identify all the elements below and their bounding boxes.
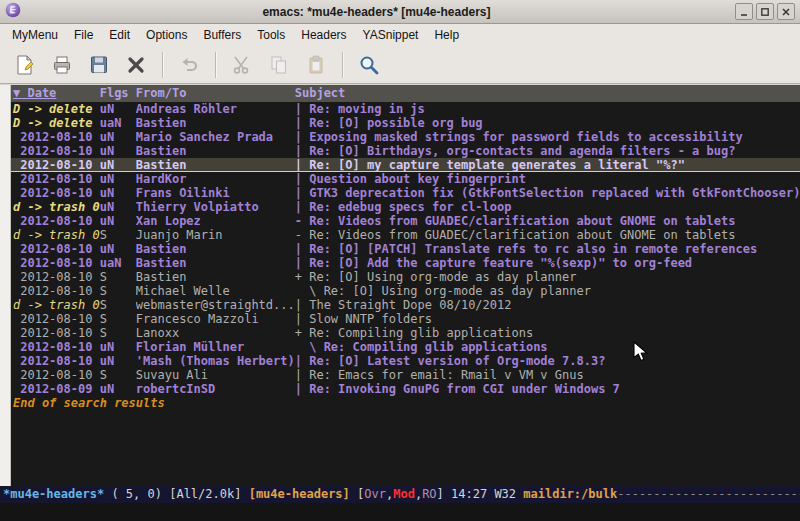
message-flags: S bbox=[100, 326, 136, 340]
message-from: Bastien bbox=[136, 144, 295, 158]
column-header-subject[interactable]: Subject bbox=[295, 85, 800, 102]
message-subject: | Re: [O] my capture template generates … bbox=[295, 158, 800, 172]
menu-item-mymenu[interactable]: MyMenu bbox=[4, 25, 66, 45]
title-bar: emacs: *mu4e-headers* [mu4e-headers] bbox=[0, 0, 800, 24]
mode-line-segment: maildir:/bulk bbox=[523, 487, 617, 501]
menu-item-buffers[interactable]: Buffers bbox=[195, 25, 249, 45]
toolbar-separator bbox=[342, 52, 344, 78]
menu-item-yasnippet[interactable]: YASnippet bbox=[355, 25, 427, 45]
message-date: 2012-08-10 bbox=[11, 172, 100, 186]
message-date: d -> trash 0 bbox=[11, 200, 100, 214]
message-date: 2012-08-10 bbox=[11, 326, 100, 340]
mode-line-segment: [mu4e-headers] bbox=[249, 487, 357, 501]
message-row[interactable]: d -> trash 0SJuanjo Marin- Re: Videos fr… bbox=[11, 228, 800, 242]
message-row[interactable]: 2012-08-10uNBastien| Re: [O] my capture … bbox=[11, 158, 800, 172]
print-button[interactable] bbox=[47, 50, 77, 80]
menu-item-file[interactable]: File bbox=[66, 25, 101, 45]
message-flags: uN bbox=[100, 214, 136, 228]
menu-item-help[interactable]: Help bbox=[426, 25, 467, 45]
message-date: 2012-08-10 bbox=[11, 242, 100, 256]
message-row[interactable]: 2012-08-10SMichael Welle \ Re: [O] Using… bbox=[11, 284, 800, 298]
message-flags: S bbox=[100, 284, 136, 298]
new-file-button[interactable] bbox=[10, 50, 40, 80]
copy-button[interactable] bbox=[264, 50, 294, 80]
message-subject: | GTK3 deprecation fix (GtkFontSelection… bbox=[295, 186, 800, 200]
message-row[interactable]: 2012-08-10uNXan Lopez- Re: Videos from G… bbox=[11, 214, 800, 228]
message-date: D -> delete bbox=[11, 116, 100, 130]
message-row[interactable]: D -> deleteuNAndreas Röhler| Re: moving … bbox=[11, 102, 800, 116]
message-flags: S bbox=[100, 270, 136, 284]
message-row[interactable]: 2012-08-10uN'Mash (Thomas Herbert)| Re: … bbox=[11, 354, 800, 368]
message-from: Lanoxx bbox=[136, 326, 295, 340]
message-row[interactable]: 2012-08-10uNMario Sanchez Prada| Exposin… bbox=[11, 130, 800, 144]
mode-line-segment: 14:27 bbox=[451, 487, 494, 501]
message-from: Bastien bbox=[136, 158, 295, 172]
message-row[interactable]: D -> deleteuaNBastien| Re: [O] possible … bbox=[11, 116, 800, 130]
minimize-button[interactable] bbox=[735, 3, 753, 20]
mode-line-segment: ( 5, 0) bbox=[104, 487, 169, 501]
message-from: Bastien bbox=[136, 242, 295, 256]
message-row[interactable]: 2012-08-10uNBastien| Re: [O] Birthdays, … bbox=[11, 144, 800, 158]
message-subject: - Re: Videos from GUADEC/clarification a… bbox=[295, 228, 800, 242]
close-button[interactable] bbox=[777, 3, 795, 20]
emacs-icon bbox=[5, 2, 21, 22]
message-flags: uN bbox=[100, 200, 136, 214]
message-subject: | Re: [O] Latest version of Org-mode 7.8… bbox=[295, 354, 800, 368]
message-date: 2012-08-10 bbox=[11, 270, 100, 284]
message-subject: | The Straight Dope 08/10/2012 bbox=[295, 298, 800, 312]
emacs-window: emacs: *mu4e-headers* [mu4e-headers] MyM… bbox=[0, 0, 800, 521]
close-buffer-button[interactable] bbox=[121, 50, 151, 80]
message-row[interactable]: 2012-08-10uNBastien| Re: [O] [PATCH] Tra… bbox=[11, 242, 800, 256]
message-row[interactable]: 2012-08-10uNHardKor| Question about key … bbox=[11, 172, 800, 186]
scrollbar[interactable] bbox=[0, 85, 11, 486]
message-from: Francesco Mazzoli bbox=[136, 312, 295, 326]
mode-line-segment: RO bbox=[422, 487, 436, 501]
toolbar-separator bbox=[162, 52, 164, 78]
message-list: D -> deleteuNAndreas Röhler| Re: moving … bbox=[11, 102, 800, 396]
window-title: emacs: *mu4e-headers* [mu4e-headers] bbox=[21, 5, 732, 19]
save-button[interactable] bbox=[84, 50, 114, 80]
column-header-date[interactable]: ▼ Date bbox=[11, 85, 100, 102]
menu-item-tools[interactable]: Tools bbox=[249, 25, 293, 45]
message-row[interactable]: 2012-08-10SBastien+ Re: [O] Using org-mo… bbox=[11, 270, 800, 284]
cut-icon bbox=[231, 54, 253, 76]
message-date: 2012-08-10 bbox=[11, 284, 100, 298]
cut-button[interactable] bbox=[227, 50, 257, 80]
menu-item-edit[interactable]: Edit bbox=[101, 25, 138, 45]
message-flags: uN bbox=[100, 354, 136, 368]
message-row[interactable]: 2012-08-10SFrancesco Mazzoli| Slow NNTP … bbox=[11, 312, 800, 326]
message-row[interactable]: 2012-08-09uNrobertcInSD| Re: Invoking Gn… bbox=[11, 382, 800, 396]
message-flags: uN bbox=[100, 144, 136, 158]
message-row[interactable]: 2012-08-10uaNBastien| Re: [O] Add the ca… bbox=[11, 256, 800, 270]
message-flags: uN bbox=[100, 130, 136, 144]
message-date: 2012-08-10 bbox=[11, 368, 100, 382]
message-from: Bastien bbox=[136, 256, 295, 270]
message-flags: uN bbox=[100, 158, 136, 172]
maximize-button[interactable] bbox=[756, 3, 774, 20]
column-header-flags[interactable]: Flgs bbox=[100, 85, 136, 102]
menu-item-headers[interactable]: Headers bbox=[293, 25, 354, 45]
end-of-results-text: End of search results bbox=[11, 396, 800, 410]
message-flags: S bbox=[100, 368, 136, 382]
message-row[interactable]: d -> trash 0Swebmaster@straightd...| The… bbox=[11, 298, 800, 312]
undo-button[interactable] bbox=[174, 50, 204, 80]
message-from: Xan Lopez bbox=[136, 214, 295, 228]
message-flags: uN bbox=[100, 102, 136, 116]
message-row[interactable]: 2012-08-10uNFlorian Müllner \ Re: Compil… bbox=[11, 340, 800, 354]
message-row[interactable]: 2012-08-10SLanoxx+ Re: Compiling glib ap… bbox=[11, 326, 800, 340]
message-from: Frans Oilinki bbox=[136, 186, 295, 200]
message-row[interactable]: 2012-08-10SSuvayu Ali| Re: Emacs for ema… bbox=[11, 368, 800, 382]
paste-button[interactable] bbox=[301, 50, 331, 80]
message-flags: S bbox=[100, 312, 136, 326]
close-icon bbox=[781, 7, 791, 17]
message-row[interactable]: 2012-08-10uNFrans Oilinki| GTK3 deprecat… bbox=[11, 186, 800, 200]
message-row[interactable]: d -> trash 0uNThierry Volpiatto| Re: ede… bbox=[11, 200, 800, 214]
search-button[interactable] bbox=[354, 50, 384, 80]
message-from: Thierry Volpiatto bbox=[136, 200, 295, 214]
message-flags: uN bbox=[100, 242, 136, 256]
message-flags: S bbox=[100, 228, 136, 242]
buffer-frame: ▼ Date Flgs From/To Subject D -> deleteu… bbox=[0, 84, 800, 486]
column-header-from[interactable]: From/To bbox=[136, 85, 295, 102]
menu-item-options[interactable]: Options bbox=[138, 25, 195, 45]
message-flags: S bbox=[100, 298, 136, 312]
